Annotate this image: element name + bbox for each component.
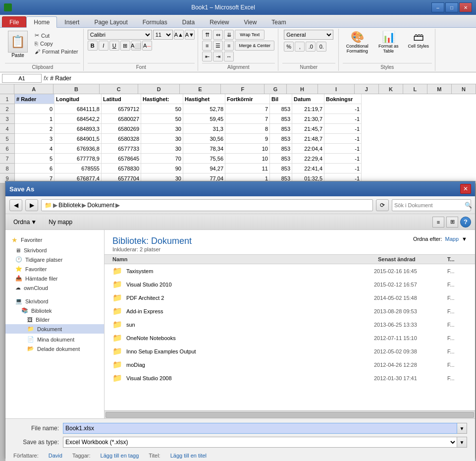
cell-a2[interactable]: 0 — [15, 104, 54, 114]
maximize-button[interactable]: □ — [445, 2, 458, 12]
cell-c7[interactable]: 6578645 — [102, 154, 141, 164]
cell-e3[interactable]: 59,45 — [183, 114, 225, 124]
ordna-button[interactable]: Ordna ▼ — [9, 218, 41, 227]
col-header-b[interactable]: B — [53, 84, 100, 94]
percent-button[interactable]: % — [284, 42, 294, 52]
forward-button[interactable]: ▶ — [25, 199, 38, 211]
col-header-name[interactable]: Namn — [112, 256, 378, 262]
cell-i8[interactable]: -1 — [324, 164, 362, 173]
col-header-i[interactable]: I — [318, 84, 355, 94]
border-button[interactable]: ⊞ — [120, 41, 130, 51]
align-center-button[interactable]: ☰ — [213, 41, 223, 51]
cell-b1[interactable]: Longitud — [54, 94, 102, 104]
close-button[interactable]: ✕ — [459, 2, 472, 12]
cell-b6[interactable]: 676936,8 — [54, 144, 102, 154]
cell-d7[interactable]: 70 — [141, 154, 183, 164]
list-item[interactable]: 📁 PDF Architect 2 2014-05-02 15:48 F... — [105, 291, 475, 304]
italic-button[interactable]: I — [99, 41, 108, 51]
breadcrumb-dokument[interactable]: Dokument — [87, 202, 114, 209]
cell-a1[interactable]: # Rader — [15, 94, 54, 104]
col-header-j[interactable]: J — [355, 84, 379, 94]
cell-b7[interactable]: 677778,9 — [54, 154, 102, 164]
cell-f6[interactable]: 10 — [225, 144, 270, 154]
cell-h5[interactable]: 21:48,7 — [292, 134, 324, 144]
refresh-button[interactable]: ⟳ — [376, 199, 389, 211]
ny-mapp-button[interactable]: Ny mapp — [45, 218, 76, 227]
list-item[interactable]: 📁 Visual Studio 2010 2015-02-12 16:57 F.… — [105, 278, 475, 291]
cell-g2[interactable]: 853 — [270, 104, 292, 114]
cell-a8[interactable]: 6 — [15, 164, 54, 173]
underline-button[interactable]: U — [109, 41, 119, 51]
cell-d1[interactable]: Hastighet: — [141, 94, 183, 104]
decrease-decimal-button[interactable]: 0. — [317, 42, 326, 52]
fill-color-button[interactable]: A⬜ — [131, 41, 141, 51]
col-header-e[interactable]: E — [180, 84, 221, 94]
cell-a6[interactable]: 4 — [15, 144, 54, 154]
col-header-l[interactable]: L — [403, 84, 427, 94]
tab-team[interactable]: Team — [264, 16, 293, 27]
view-list-button[interactable]: ≡ — [432, 217, 444, 228]
paste-button[interactable]: 📋 Paste — [5, 30, 31, 59]
list-item[interactable]: 📁 moDiag 2012-04-26 12:28 F... — [105, 358, 475, 371]
sidebar-item-bibliotek[interactable]: 📚 Bibliotek — [5, 306, 104, 315]
number-format-select[interactable]: General — [284, 30, 333, 40]
sidebar-item-skrivbord-computer[interactable]: 💻 Skrivbord — [5, 296, 104, 306]
indent-increase-button[interactable]: ⇥ — [213, 52, 223, 61]
favorites-section[interactable]: ★ Favoriter — [5, 234, 104, 246]
cell-c6[interactable]: 6577733 — [102, 144, 141, 154]
col-header-n[interactable]: N — [452, 84, 476, 94]
col-header-h[interactable]: H — [287, 84, 318, 94]
tags-placeholder[interactable]: Lägg till en tagg — [101, 453, 139, 459]
col-header-a[interactable]: A — [14, 84, 53, 94]
cell-g1[interactable]: Bil — [270, 94, 292, 104]
view-details-button[interactable]: ⊞ — [446, 217, 458, 228]
cell-h7[interactable]: 22:29,4 — [292, 154, 324, 164]
tab-home[interactable]: Home — [26, 16, 57, 28]
align-middle-button[interactable]: ⇔ — [213, 30, 223, 40]
font-name-select[interactable]: Calibri — [88, 30, 152, 40]
cell-g5[interactable]: 853 — [270, 134, 292, 144]
cell-e7[interactable]: 75,56 — [183, 154, 225, 164]
tab-file[interactable]: File — [2, 16, 26, 27]
cell-f3[interactable]: 7 — [225, 114, 270, 124]
list-item[interactable]: 📁 Inno Setup Examples Output 2012-05-02 … — [105, 345, 475, 358]
decrease-font-button[interactable]: A▼ — [185, 30, 195, 40]
align-left-button[interactable]: ≡ — [202, 41, 212, 51]
col-header-type[interactable]: T... — [447, 256, 467, 262]
select-all-corner[interactable] — [0, 84, 14, 94]
cell-h1[interactable]: Datum — [292, 94, 324, 104]
list-item[interactable]: 📁 OneNote Notebooks 2012-07-11 15:10 F..… — [105, 331, 475, 345]
cell-a7[interactable]: 5 — [15, 154, 54, 164]
sidebar-item-owncloud[interactable]: ☁ ownCloud — [5, 283, 104, 292]
cell-b3[interactable]: 684542,2 — [54, 114, 102, 124]
sidebar-item-mina-dokument[interactable]: 📄 Mina dokument — [27, 335, 104, 344]
cell-i5[interactable]: -1 — [324, 134, 362, 144]
minimize-button[interactable]: – — [431, 2, 444, 12]
tab-view[interactable]: View — [237, 16, 264, 27]
cell-g8[interactable]: 853 — [270, 164, 292, 173]
col-header-m[interactable]: M — [427, 84, 452, 94]
comma-button[interactable]: , — [295, 42, 305, 52]
cell-c4[interactable]: 6580269 — [102, 124, 141, 134]
cell-i4[interactable]: -1 — [324, 124, 362, 134]
cell-h6[interactable]: 22:04,4 — [292, 144, 324, 154]
tab-insert[interactable]: Insert — [57, 16, 87, 27]
text-direction-button[interactable]: ↔ — [224, 52, 234, 61]
cell-g3[interactable]: 853 — [270, 114, 292, 124]
cell-b5[interactable]: 684901,5 — [54, 134, 102, 144]
cell-e5[interactable]: 30,56 — [183, 134, 225, 144]
cell-d6[interactable]: 30 — [141, 144, 183, 154]
cell-d8[interactable]: 90 — [141, 164, 183, 173]
bold-button[interactable]: B — [88, 41, 98, 51]
col-header-k[interactable]: K — [379, 84, 403, 94]
cell-b4[interactable]: 684893,3 — [54, 124, 102, 134]
tab-formulas[interactable]: Formulas — [135, 16, 175, 27]
cell-i7[interactable]: -1 — [324, 154, 362, 164]
cut-button[interactable]: ✂ Cut — [33, 32, 80, 39]
cell-f1[interactable]: Fortkörnir — [225, 94, 270, 104]
horizontal-scrollbar[interactable] — [105, 410, 475, 418]
cell-g6[interactable]: 853 — [270, 144, 292, 154]
cell-f7[interactable]: 10 — [225, 154, 270, 164]
list-item[interactable]: 📁 sun 2013-06-25 13:33 F... — [105, 318, 475, 331]
cell-e6[interactable]: 78,34 — [183, 144, 225, 154]
